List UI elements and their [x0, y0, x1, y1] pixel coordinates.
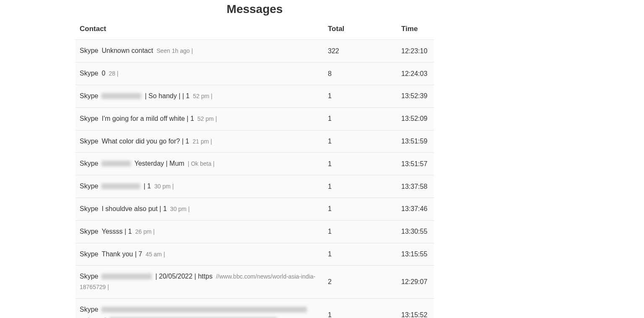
cell-contact: Skype| 130 pm | — [80, 181, 328, 192]
cell-time: 12:29:07 — [401, 278, 435, 286]
contact-text: | 1 — [143, 182, 151, 190]
contact-text: 0 — [101, 70, 105, 77]
cell-contact: SkypeYesterday | Mum| Ok beta | — [80, 159, 328, 169]
contact-text: What color did you go for? | 1 — [101, 138, 189, 145]
cell-time: 13:52:39 — [401, 92, 435, 100]
cell-total: 1 — [328, 250, 401, 258]
table-row[interactable]: SkypeUnknown contactSeen 1h ago |32212:2… — [75, 40, 434, 63]
page-title: Messages — [75, 0, 434, 23]
cell-total: 1 — [328, 92, 401, 100]
table-row[interactable]: SkypeOrder NY|113:15:52 — [75, 299, 434, 318]
contact-text: Skype — [80, 182, 98, 190]
cell-time: 13:51:57 — [401, 160, 435, 168]
cell-contact: Skype| So handy | | 152 pm | — [80, 91, 328, 102]
redacted-text — [101, 274, 152, 279]
cell-total: 2 — [328, 278, 401, 286]
redacted-text — [101, 307, 307, 313]
cell-total: 1 — [328, 115, 401, 123]
contact-meta: 30 pm | — [154, 183, 174, 190]
contact-meta: 52 pm | — [193, 93, 212, 99]
contact-text: Unknown contact — [101, 47, 153, 54]
cell-time: 13:30:55 — [401, 228, 435, 235]
contact-text: Skype — [80, 138, 98, 145]
messages-table: Contact Total Time SkypeUnknown contactS… — [75, 18, 434, 318]
cell-total: 1 — [328, 205, 401, 213]
cell-contact: SkypeI'm going for a mild off white | 15… — [80, 114, 328, 124]
contact-text: | So handy | | 1 — [145, 92, 190, 99]
redacted-text — [101, 183, 140, 189]
table-row[interactable]: Skype| So handy | | 152 pm |113:52:39 — [75, 85, 434, 108]
contact-text: Yessss | 1 — [101, 228, 132, 235]
table-row[interactable]: SkypeWhat color did you go for? | 121 pm… — [75, 130, 434, 153]
contact-meta: 21 pm | — [192, 138, 212, 145]
cell-contact: SkypeI shouldve also put | 130 pm | — [80, 204, 328, 214]
cell-time: 13:15:55 — [401, 250, 435, 258]
cell-contact: Skype028 | — [80, 68, 328, 79]
contact-text: Skype — [80, 47, 98, 54]
table-row[interactable]: Skype| 20/05/2022 | https//www.bbc.com/n… — [75, 266, 434, 299]
contact-text: Skype — [80, 92, 98, 99]
contact-text: Skype — [80, 160, 98, 167]
cell-contact: SkypeWhat color did you go for? | 121 pm… — [80, 136, 328, 147]
contact-text: Skype — [80, 273, 98, 280]
cell-total: 1 — [328, 183, 401, 190]
contact-text: | 20/05/2022 | https — [155, 273, 212, 280]
redacted-text — [101, 93, 141, 99]
contact-meta: 30 pm | — [170, 206, 190, 212]
table-body: SkypeUnknown contactSeen 1h ago |32212:2… — [75, 40, 434, 318]
redacted-text — [101, 161, 131, 167]
cell-time: 13:37:46 — [401, 205, 435, 213]
contact-meta: 45 am | — [145, 251, 165, 258]
cell-total: 1 — [328, 311, 401, 318]
messages-table-container: Contact Total Time SkypeUnknown contactS… — [75, 18, 434, 318]
contact-text: Skype — [80, 70, 98, 77]
cell-contact: SkypeYessss | 126 pm | — [80, 227, 328, 237]
table-row[interactable]: SkypeYesterday | Mum| Ok beta |113:51:57 — [75, 153, 434, 175]
column-header-total: Total — [328, 25, 401, 33]
cell-total: 1 — [328, 228, 401, 235]
table-row[interactable]: SkypeI'm going for a mild off white | 15… — [75, 108, 434, 130]
table-row[interactable]: SkypeThank you | 745 am |113:15:55 — [75, 243, 434, 266]
column-header-contact: Contact — [80, 23, 328, 34]
cell-contact: SkypeUnknown contactSeen 1h ago | — [80, 46, 328, 56]
contact-text: Thank you | 7 — [101, 250, 142, 258]
contact-text: Skype — [80, 250, 98, 258]
contact-text: Skype — [80, 115, 98, 122]
cell-time: 13:52:09 — [401, 115, 435, 123]
cell-contact: SkypeOrder NY| — [80, 305, 328, 318]
table-row[interactable]: SkypeYessss | 126 pm |113:30:55 — [75, 221, 434, 243]
table-row[interactable]: Skype028 |812:24:03 — [75, 63, 434, 85]
contact-text: Skype — [80, 205, 98, 212]
cell-contact: Skype| 20/05/2022 | https//www.bbc.com/n… — [80, 271, 328, 292]
contact-text: I'm going for a mild off white | 1 — [101, 115, 194, 122]
cell-time: 13:37:58 — [401, 183, 435, 190]
cell-total: 322 — [328, 47, 401, 55]
table-row[interactable]: Skype| 130 pm |113:37:58 — [75, 175, 434, 198]
contact-meta: 52 pm | — [197, 115, 217, 122]
table-row[interactable]: SkypeI shouldve also put | 130 pm |113:3… — [75, 198, 434, 221]
contact-text: Yesterday | Mum — [134, 160, 184, 167]
contact-meta: 26 pm | — [135, 228, 155, 235]
cell-total: 8 — [328, 70, 401, 78]
contact-text: I shouldve also put | 1 — [101, 205, 166, 212]
cell-total: 1 — [328, 160, 401, 168]
cell-time: 13:15:52 — [401, 311, 435, 318]
contact-meta: Seen 1h ago | — [156, 47, 193, 54]
cell-contact: SkypeThank you | 745 am | — [80, 249, 328, 260]
contact-text: Skype — [80, 306, 98, 313]
cell-total: 1 — [328, 138, 401, 145]
contact-meta: 28 | — [109, 70, 118, 77]
contact-text: Skype — [80, 228, 98, 235]
contact-meta: | Ok beta | — [188, 160, 215, 167]
cell-time: 13:51:59 — [401, 138, 435, 145]
column-header-time: Time — [401, 25, 435, 33]
cell-time: 12:23:10 — [401, 47, 435, 55]
cell-time: 12:24:03 — [401, 70, 435, 78]
